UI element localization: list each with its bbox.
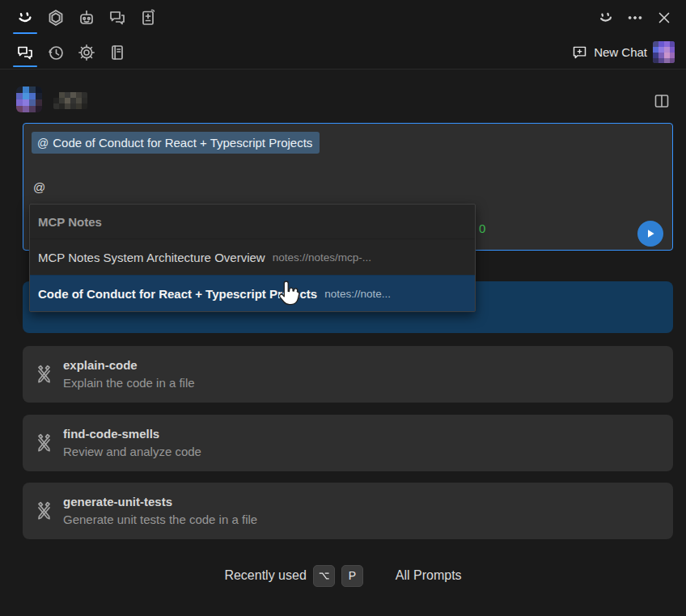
prompt-description: Review and analyze code (63, 443, 660, 461)
dropdown-item-selected[interactable]: Code of Conduct for React + Typescript P… (30, 275, 475, 311)
new-chat-icon (571, 44, 588, 61)
dropdown-item-title: MCP Notes System Architecture Overview (38, 251, 265, 264)
chat-bubbles-icon (15, 43, 35, 62)
dropdown-item[interactable]: MCP Notes System Architecture Overview n… (30, 238, 475, 275)
tab-comments-extension[interactable] (102, 0, 133, 36)
dropdown-item-uri: notes://notes/mcp-... (273, 251, 371, 264)
tab-file-plus-extension[interactable] (133, 0, 163, 36)
chat-message-header (0, 70, 686, 118)
account-avatar[interactable] (653, 41, 675, 63)
prompt-description: Explain the code in a file (63, 374, 660, 392)
prompt-title: explain-code (63, 357, 660, 374)
crossed-tools-icon (33, 500, 55, 522)
crossed-tools-icon (33, 364, 55, 386)
extension-tabstrip (0, 0, 163, 36)
prompt-title: find-code-smells (63, 425, 660, 443)
token-count: 0 (479, 222, 485, 235)
prompt-card[interactable]: generate-unit-tests Generate unit tests … (23, 483, 673, 539)
recently-used-button[interactable]: Recently used P (224, 565, 362, 587)
mention-dropdown: MCP Notes MCP Notes System Architecture … (29, 204, 476, 312)
view-toolbar: New Chat (0, 36, 686, 70)
dropdown-group-header: MCP Notes (30, 205, 475, 238)
titlebar-actions (595, 0, 686, 36)
history-icon (46, 43, 66, 62)
new-chat-button[interactable]: New Chat (571, 36, 686, 69)
mention-chip-label: Code of Conduct for React + Typescript P… (53, 136, 312, 150)
tab-hexagon-extension[interactable] (40, 0, 71, 36)
smiley-logo-button[interactable] (595, 7, 616, 28)
book-icon (108, 43, 127, 62)
smiley-logo-icon (15, 8, 35, 27)
crossed-tools-icon (33, 432, 55, 454)
tab-chat-view[interactable] (10, 36, 40, 69)
more-actions-button[interactable] (625, 7, 646, 28)
play-icon (645, 228, 656, 239)
prompt-title: generate-unit-tests (63, 493, 660, 511)
prompt-description: Generate unit tests the code in a file (63, 511, 660, 529)
tab-settings-view[interactable] (71, 36, 102, 69)
view-tabstrip (0, 36, 133, 69)
mention-chip[interactable]: @ Code of Conduct for React + Typescript… (32, 132, 320, 154)
user-avatar (16, 86, 42, 112)
prompt-card[interactable]: explain-code Explain the code in a file (23, 346, 673, 403)
option-keycap (313, 565, 335, 587)
tab-history-view[interactable] (40, 36, 71, 69)
ellipsis-icon (626, 9, 644, 27)
gear-icon (77, 43, 96, 62)
typed-text: @ (33, 180, 45, 194)
prompt-card[interactable]: find-code-smells Review and analyze code (23, 415, 673, 471)
comments-icon (108, 8, 127, 27)
smiley-logo-icon (597, 9, 615, 27)
open-in-editor-button[interactable] (650, 90, 673, 112)
option-key-icon (318, 570, 330, 582)
all-prompts-button[interactable]: All Prompts (396, 568, 462, 583)
dropdown-item-uri: notes://note... (324, 288, 391, 300)
dropdown-item-title: Code of Conduct for React + Typescript P… (38, 287, 317, 301)
tab-extension-home[interactable] (10, 0, 40, 36)
new-chat-label: New Chat (594, 45, 647, 59)
p-keycap: P (341, 565, 363, 587)
extension-panel: New Chat @ Code of Conduct for React + T… (0, 0, 686, 616)
titlebar (0, 0, 686, 36)
hexagon-logo-icon (46, 8, 66, 27)
close-panel-button[interactable] (654, 7, 675, 28)
split-columns-icon (652, 91, 671, 111)
tab-robot-extension[interactable] (71, 0, 102, 36)
at-sign-icon: @ (37, 137, 49, 150)
send-button[interactable] (637, 221, 663, 247)
user-name-redacted (53, 92, 87, 109)
recently-used-label: Recently used (224, 568, 306, 583)
file-plus-icon (138, 8, 158, 27)
all-prompts-label: All Prompts (396, 568, 462, 583)
robot-icon (77, 8, 96, 27)
close-icon (655, 9, 673, 27)
prompts-footer: Recently used P All Prompts (0, 559, 686, 592)
tab-docs-view[interactable] (102, 36, 133, 69)
